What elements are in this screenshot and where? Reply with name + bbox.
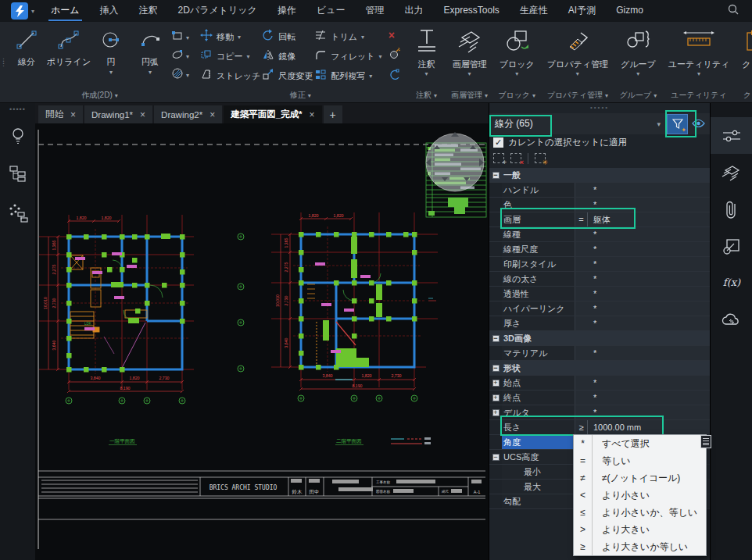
line-tool-button[interactable]: 線分 <box>7 25 46 68</box>
property-row[interactable]: 長さ ≥1000.00 mm <box>489 420 710 435</box>
group-footer-block[interactable]: ブロック▾ <box>495 89 539 102</box>
drawing-tab[interactable]: Drawing1* × <box>84 105 152 123</box>
add-to-selection-button[interactable]: + <box>493 153 504 163</box>
menu-item[interactable]: 生産性 <box>510 0 558 22</box>
app-logo-icon[interactable] <box>11 2 28 20</box>
property-row[interactable]: ハイパーリンク * <box>489 301 710 316</box>
group-footer-group[interactable]: グループ▾ <box>616 89 661 102</box>
group-footer-annotate[interactable]: 注釈▾ <box>409 89 445 102</box>
tips-lightbulb-icon[interactable] <box>0 123 35 149</box>
expand-icon[interactable] <box>489 257 502 271</box>
hatch-tool-button[interactable]: ▾ <box>171 67 189 83</box>
move-button[interactable]: 移動▾ <box>200 30 260 44</box>
menu-item[interactable]: 挿入 <box>90 0 129 22</box>
drawing-tab[interactable]: 開始 × <box>38 105 83 123</box>
menu-item[interactable]: 2Dパラメトリック <box>168 0 267 22</box>
menu-item[interactable]: 出力 <box>394 0 433 22</box>
property-row[interactable]: 透過性 * <box>489 287 710 301</box>
ellipse-tool-button[interactable]: ▾ <box>171 48 189 64</box>
ribbon-drag-handle[interactable]: ⋮⋮ <box>0 22 7 102</box>
expand-icon[interactable]: + <box>489 405 502 419</box>
property-row[interactable]: 色 * <box>489 198 710 212</box>
property-row[interactable]: 印刷スタイル * <box>489 257 710 272</box>
expand-icon[interactable]: − <box>489 168 502 182</box>
tab-close-icon[interactable]: × <box>209 109 215 120</box>
property-row[interactable]: − 一般 <box>489 168 710 183</box>
annotate-button[interactable]: 注釈▾ <box>409 25 445 77</box>
copy-button[interactable]: コピー▾ <box>200 49 260 63</box>
menu-item[interactable]: AI予測 <box>558 0 606 22</box>
expand-icon[interactable]: − <box>489 361 502 375</box>
menu-item[interactable]: ExpressTools <box>433 0 509 22</box>
trim-button[interactable]: トリム▾ <box>314 30 381 44</box>
mirror-button[interactable]: 鏡像 <box>262 49 313 63</box>
expand-icon[interactable]: − <box>489 331 502 345</box>
expand-icon[interactable] <box>489 287 502 301</box>
mechanical-browser-rail-button[interactable]: f(x) <box>711 264 752 301</box>
chevron-down-icon[interactable]: ▾ <box>657 120 667 128</box>
menu-item[interactable]: Gizmo <box>606 0 654 22</box>
tab-close-icon[interactable]: × <box>140 109 145 120</box>
arc-dropdown-caret-icon[interactable]: ▾ <box>149 69 152 76</box>
expand-icon[interactable] <box>489 346 502 360</box>
sidebar-drag-handle[interactable]: ••••• <box>0 105 35 113</box>
array-button[interactable]: 配列複写▾ <box>314 69 381 83</box>
group-footer-utility[interactable]: ユーティリティ <box>664 89 735 102</box>
drawing-tab[interactable]: 建築平面図_完成* × <box>224 105 321 123</box>
drawing-tab[interactable]: Drawing2* × <box>154 105 222 123</box>
expand-icon[interactable]: + <box>489 391 502 405</box>
group-button[interactable]: グループ▾ <box>616 25 661 77</box>
checkbox-checked-icon[interactable]: ✓ <box>493 137 503 148</box>
search-icon[interactable] <box>727 3 739 19</box>
expand-icon[interactable] <box>489 183 502 197</box>
property-row[interactable]: − 形状 <box>489 361 710 376</box>
expand-icon[interactable] <box>489 316 502 330</box>
expand-icon[interactable] <box>489 420 502 434</box>
expand-icon[interactable] <box>489 480 502 494</box>
erase-button[interactable]: × <box>389 30 401 41</box>
operator-menu-item[interactable]: > より大きい <box>574 521 706 538</box>
properties-rail-button[interactable] <box>711 117 752 154</box>
property-row[interactable]: 線種尺度 * <box>489 242 710 257</box>
eye-icon[interactable] <box>692 117 705 131</box>
selection-type-dropdown[interactable]: 線分 (65) <box>495 117 533 130</box>
app-menu-chevron-icon[interactable]: ▾ <box>31 8 34 15</box>
property-row[interactable]: − 3D画像 <box>489 331 710 346</box>
property-row[interactable]: マテリアル * <box>489 346 710 361</box>
rectangle-tool-button[interactable]: ▾ <box>171 30 189 45</box>
drawing-canvas[interactable]: 1,820 1,820 3,840 1,820 2,730 8,190 1,36… <box>35 123 489 560</box>
expand-icon[interactable]: + <box>489 376 502 390</box>
group-footer-create[interactable]: 作成(2D)▾ <box>7 89 192 102</box>
operator-menu-item[interactable]: * すべて選択 <box>574 435 706 452</box>
release-button[interactable] <box>389 69 401 84</box>
expand-icon[interactable] <box>489 212 502 226</box>
new-selection-button[interactable]: ✳ <box>535 153 546 163</box>
expand-icon[interactable] <box>489 227 502 241</box>
menu-item[interactable]: ビュー <box>306 0 356 22</box>
explode-button[interactable] <box>389 47 401 62</box>
operator-menu-item[interactable]: ≤ より小さいか、等しい <box>574 504 706 521</box>
remove-from-selection-button[interactable]: × <box>510 153 521 163</box>
group-footer-clipboard[interactable]: クリッ <box>737 89 752 102</box>
cloud-sync-rail-button[interactable] <box>711 301 752 337</box>
property-row[interactable]: + 始点 * <box>489 376 710 391</box>
panel-drag-handle[interactable]: ••••• <box>489 103 710 113</box>
rotate-button[interactable]: 回転 <box>262 30 313 44</box>
operator-menu-item[interactable]: ≥ より大きいか等しい <box>574 538 706 555</box>
operator-menu-item[interactable]: ≠ ≠(ノットイコール) <box>574 469 706 487</box>
group-footer-propmgmt[interactable]: プロパティ管理▾ <box>543 89 613 102</box>
property-row[interactable]: + デルタ * <box>489 405 710 420</box>
property-row[interactable]: 線の太さ * <box>489 272 710 287</box>
property-row[interactable]: 厚さ * <box>489 316 710 331</box>
arc-tool-button[interactable]: 円弧 ▾ <box>131 25 170 76</box>
tab-close-icon[interactable]: × <box>70 109 76 120</box>
clipboard-button[interactable]: クリッ▾ <box>737 25 752 77</box>
property-row[interactable]: + 終点 * <box>489 391 710 405</box>
relations-browser-icon[interactable] <box>0 199 35 226</box>
utility-button[interactable]: ユーティリティ▾ <box>664 25 735 77</box>
menu-item[interactable]: 管理 <box>355 0 394 22</box>
property-row[interactable]: 線種 * <box>489 227 710 242</box>
layer-manager-button[interactable]: 画層管理▾ <box>448 25 492 77</box>
group-footer-layers[interactable]: 画層管理▾ <box>448 89 492 102</box>
expand-icon[interactable] <box>489 301 502 316</box>
